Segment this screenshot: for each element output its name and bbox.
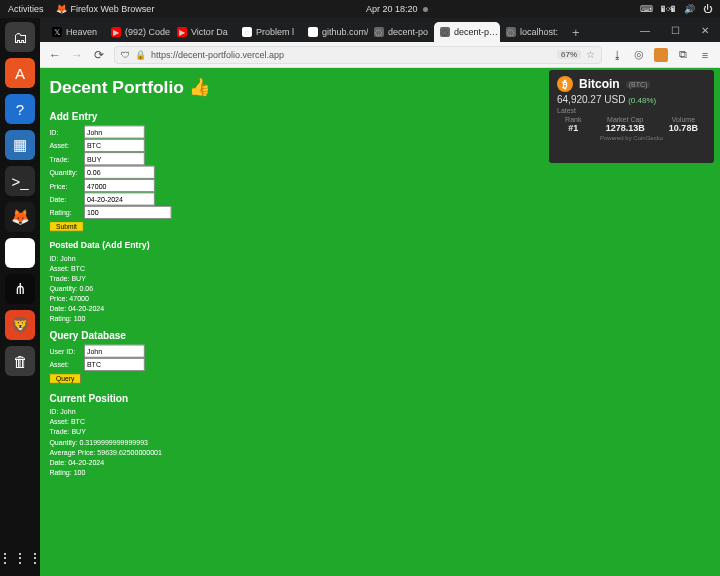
query-userid-input[interactable] <box>84 345 144 358</box>
tab-localhost-label: localhost: <box>520 27 558 37</box>
tab-victor[interactable]: ▶Victor Da <box>171 22 236 42</box>
bitcoin-icon: ₿ <box>557 76 573 92</box>
dock-terminal[interactable]: >_ <box>5 166 35 196</box>
trade-input[interactable] <box>84 152 144 165</box>
widget-vol-label: Volume <box>669 116 698 123</box>
tab-heaven-label: Heaven <box>66 27 97 37</box>
url-bar[interactable]: 🛡 🔒 https://decent-portfolio.vercel.app … <box>114 46 602 64</box>
widget-latest-label: Latest <box>549 107 714 114</box>
asset-input[interactable] <box>84 139 144 152</box>
date-input[interactable] <box>84 193 154 206</box>
tab-github-favicon-icon <box>308 27 318 37</box>
widget-rank-label: Rank <box>565 116 581 123</box>
posted-asset: AssetBTC <box>49 264 710 272</box>
tab-problem-label: Problem l <box>256 27 294 37</box>
pos-asset: AssetBTC <box>49 418 710 426</box>
tab-github[interactable]: github.com/l <box>302 22 368 42</box>
dock-trash[interactable]: 🗑 <box>5 346 35 376</box>
dock-chrome[interactable]: ◉ <box>5 238 35 268</box>
tab-decent1[interactable]: ◌decent-po <box>368 22 434 42</box>
back-button[interactable]: ← <box>48 48 62 62</box>
tab-decent2[interactable]: ◌decent-p…× <box>434 22 500 42</box>
id-input[interactable] <box>84 126 144 139</box>
tab-github-label: github.com/l <box>322 27 368 37</box>
posted-price: Price47000 <box>49 294 710 302</box>
query-heading: Query Database <box>49 329 710 340</box>
query-button[interactable]: Query <box>49 374 81 384</box>
bitcoin-price-widget: ₿ Bitcoin (BTC) 64,920.27 USD (0.48%) La… <box>549 70 714 163</box>
account-icon[interactable]: ◎ <box>632 48 646 62</box>
widget-cap-label: Market Cap <box>606 116 645 123</box>
posted-trade: TradeBUY <box>49 274 710 282</box>
tab-992-label: (992) Code <box>125 27 170 37</box>
widget-vol-value: 10.78B <box>669 123 698 133</box>
current-app-indicator[interactable]: 🦊 Firefox Web Browser <box>56 4 155 14</box>
pos-quantity: Quantity0.3199999999999993 <box>49 438 710 446</box>
downloads-icon[interactable]: ⭳ <box>610 48 624 62</box>
dock-brave[interactable]: 🦁 <box>5 310 35 340</box>
tab-localhost-favicon-icon: ◌ <box>506 27 516 37</box>
pos-rating: Rating100 <box>49 468 710 476</box>
price-label: Price: <box>49 182 84 190</box>
tab-992[interactable]: ▶(992) Code <box>105 22 171 42</box>
dock-help[interactable]: ? <box>5 94 35 124</box>
app-menu-icon[interactable]: ≡ <box>698 48 712 62</box>
tray-keyboard-icon[interactable]: ⌨ <box>640 4 653 14</box>
quantity-input[interactable] <box>84 166 154 179</box>
tab-992-favicon-icon: ▶ <box>111 27 121 37</box>
widget-rank-value: #1 <box>565 123 581 133</box>
rating-input[interactable] <box>84 206 171 219</box>
tray-network-icon[interactable]: �ం� <box>661 4 676 14</box>
price-input[interactable] <box>84 179 154 192</box>
tab-decent1-favicon-icon: ◌ <box>374 27 384 37</box>
posted-quantity: Quantity0.06 <box>49 284 710 292</box>
firefox-icon: 🦊 <box>56 4 67 14</box>
extensions-icon[interactable]: ⧉ <box>676 48 690 62</box>
widget-cap-value: 1278.13B <box>606 123 645 133</box>
new-tab-button[interactable]: + <box>566 22 586 42</box>
dock: 🗂A?▦>_🦊◉⋔🦁🗑⋮⋮⋮ <box>0 18 40 576</box>
widget-coin-symbol: (BTC) <box>626 81 651 88</box>
dock-screenshot[interactable]: ▦ <box>5 130 35 160</box>
trade-label: Trade: <box>49 155 84 163</box>
tab-localhost[interactable]: ◌localhost: <box>500 22 566 42</box>
system-top-bar: Activities 🦊 Firefox Web Browser Apr 20 … <box>0 0 720 18</box>
date-label: Date: <box>49 195 84 203</box>
tab-strip: 𝕏Heaven▶(992) Code▶Victor Da○Problem lgi… <box>40 18 720 42</box>
widget-change: (0.48%) <box>628 96 656 105</box>
extension-metamask-icon[interactable] <box>654 48 668 62</box>
activities-button[interactable]: Activities <box>8 4 44 14</box>
posted-date: Date04-20-2024 <box>49 305 710 313</box>
bookmark-star-icon[interactable]: ☆ <box>586 49 595 60</box>
dock-vscode[interactable]: ⋔ <box>5 274 35 304</box>
forward-button: → <box>70 48 84 62</box>
window-minimize-icon[interactable]: — <box>630 25 660 36</box>
clock[interactable]: Apr 20 18:20 <box>366 4 418 14</box>
tab-decent2-favicon-icon: ◌ <box>440 27 450 37</box>
dock-firefox[interactable]: 🦊 <box>5 202 35 232</box>
tray-power-icon[interactable]: ⏻ <box>703 4 712 14</box>
reload-button[interactable]: ⟳ <box>92 48 106 62</box>
tab-victor-label: Victor Da <box>191 27 228 37</box>
tab-problem-favicon-icon: ○ <box>242 27 252 37</box>
id-label: ID: <box>49 128 84 136</box>
window-close-icon[interactable]: ✕ <box>690 25 720 36</box>
dock-software[interactable]: A <box>5 58 35 88</box>
window-controls: — ☐ ✕ <box>630 18 720 42</box>
submit-button[interactable]: Submit <box>49 221 83 231</box>
tab-heaven[interactable]: 𝕏Heaven <box>46 22 105 42</box>
pos-date: Date04-20-2024 <box>49 458 710 466</box>
tab-decent2-label: decent-p… <box>454 27 498 37</box>
pos-trade: TradeBUY <box>49 428 710 436</box>
url-text: https://decent-portfolio.vercel.app <box>151 50 284 60</box>
query-asset-input[interactable] <box>84 358 144 371</box>
current-position-heading: Current Position <box>49 392 710 403</box>
shield-icon: 🛡 <box>121 50 130 60</box>
tray-sound-icon[interactable]: 🔊 <box>684 4 695 14</box>
tab-problem[interactable]: ○Problem l <box>236 22 302 42</box>
show-applications-icon[interactable]: ⋮⋮⋮ <box>0 550 43 566</box>
browser-window: 𝕏Heaven▶(992) Code▶Victor Da○Problem lgi… <box>40 18 720 576</box>
dock-files[interactable]: 🗂 <box>5 22 35 52</box>
window-maximize-icon[interactable]: ☐ <box>660 25 690 36</box>
zoom-indicator[interactable]: 67% <box>557 50 581 59</box>
